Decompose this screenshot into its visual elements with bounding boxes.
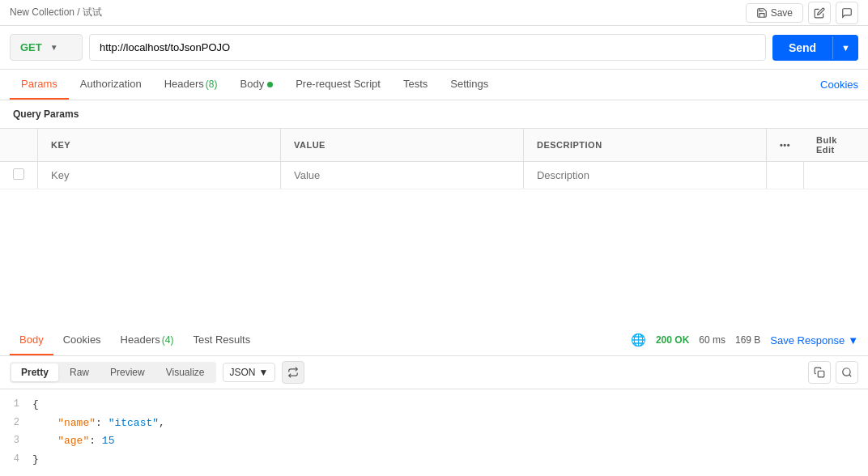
body-dot-indicator [267,82,273,87]
app-container: New Collection / 试试 Save GET ▼ Send ▼ [0,0,868,476]
query-params-section: Query Params KEY VALUE DESCRIPTION ••• B… [0,100,868,189]
tab-pre-request[interactable]: Pre-request Script [284,70,392,100]
key-cell [38,162,281,189]
save-icon [756,7,768,19]
tab-settings[interactable]: Settings [439,70,500,100]
breadcrumb-text: New Collection / 试试 [10,6,102,19]
copy-icon [814,367,825,378]
save-response-button[interactable]: Save Response ▼ [770,334,858,346]
resp-tab-headers[interactable]: Headers(4) [111,325,184,355]
method-label: GET [20,41,42,53]
comment-icon-button[interactable] [836,2,858,24]
description-input[interactable] [537,169,753,181]
description-col-header: DESCRIPTION [523,129,766,162]
format-tab-visualize[interactable]: Visualize [156,363,215,381]
value-input[interactable] [294,169,510,181]
response-status-area: 🌐 200 OK 60 ms 169 B Save Response ▼ [631,333,858,347]
save-response-chevron-icon: ▼ [848,334,858,346]
more-options-icon[interactable]: ••• [780,140,790,150]
send-button[interactable]: Send ▼ [772,35,858,61]
value-cell [280,162,523,189]
resp-tab-body[interactable]: Body [10,325,53,355]
bulk-edit-button[interactable]: Bulk Edit [816,135,837,155]
globe-icon: 🌐 [631,333,646,347]
response-section: Body Cookies Headers(4) Test Results 🌐 2… [0,325,868,476]
copy-button[interactable] [808,361,831,384]
top-bar-actions: Save [746,2,858,24]
edit-icon [814,7,825,19]
cookies-link[interactable]: Cookies [820,70,858,99]
key-col-header: KEY [38,129,281,162]
json-format-select[interactable]: JSON ▼ [223,363,276,382]
response-size: 169 B [735,334,760,346]
svg-rect-0 [818,371,824,377]
json-line-1: 1 { [0,396,868,414]
row-checkbox-cell [0,162,38,189]
method-select[interactable]: GET ▼ [10,34,83,61]
send-dropdown-icon[interactable]: ▼ [832,36,858,59]
params-table-header: KEY VALUE DESCRIPTION ••• Bulk Edit [0,129,868,162]
top-bar: New Collection / 试试 Save [0,0,868,26]
format-bar: Pretty Raw Preview Visualize JSON ▼ [0,356,868,389]
value-col-header: VALUE [280,129,523,162]
row-checkbox[interactable] [13,168,24,180]
json-line-3: 3 "age": 15 [0,432,868,451]
format-tab-preview[interactable]: Preview [100,363,155,381]
checkbox-col [0,129,38,162]
save-button[interactable]: Save [746,3,803,23]
params-table: KEY VALUE DESCRIPTION ••• Bulk Edit [0,129,868,189]
middle-space [0,189,868,325]
json-select-chevron-icon: ▼ [259,367,269,378]
url-bar: GET ▼ Send ▼ [0,26,868,70]
tab-params[interactable]: Params [10,70,69,100]
breadcrumb: New Collection / 试试 [10,6,102,19]
format-tabs: Pretty Raw Preview Visualize [10,362,216,383]
url-input[interactable] [89,34,766,61]
status-code: 200 OK [656,334,689,346]
bulk-edit-col-header: Bulk Edit [803,129,868,162]
json-line-2: 2 "name": "itcast", [0,414,868,433]
send-label: Send [772,35,832,61]
comment-icon [841,7,853,19]
resp-tab-cookies[interactable]: Cookies [53,325,111,355]
svg-point-1 [843,368,850,376]
json-format-label: JSON [230,367,256,378]
svg-line-2 [849,375,852,377]
format-right-actions [808,361,858,384]
resp-tab-test-results[interactable]: Test Results [183,325,260,355]
json-line-4: 4 } [0,451,868,470]
actions-col-header: ••• [766,129,803,162]
key-input[interactable] [51,169,267,181]
response-tabs: Body Cookies Headers(4) Test Results 🌐 2… [0,325,868,356]
request-tabs: Params Authorization Headers(8) Body Pre… [0,70,868,100]
format-tab-raw[interactable]: Raw [60,363,99,381]
query-params-header: Query Params [0,100,868,129]
search-icon [841,367,853,378]
search-button[interactable] [836,361,858,384]
tab-authorization[interactable]: Authorization [69,70,153,100]
method-chevron-icon: ▼ [50,43,58,52]
row-bulk-cell [803,162,868,189]
row-actions-cell [766,162,803,189]
tab-headers[interactable]: Headers(8) [153,70,229,100]
description-cell [523,162,766,189]
wrap-button[interactable] [282,361,304,384]
tab-tests[interactable]: Tests [392,70,439,100]
response-time: 60 ms [699,334,725,346]
json-viewer: 1 { 2 "name": "itcast", 3 "age": 15 4 } [0,389,868,476]
tab-body[interactable]: Body [229,70,285,100]
table-row [0,162,868,189]
edit-icon-button[interactable] [808,2,831,24]
wrap-icon [287,367,299,378]
format-tab-pretty[interactable]: Pretty [11,363,58,381]
